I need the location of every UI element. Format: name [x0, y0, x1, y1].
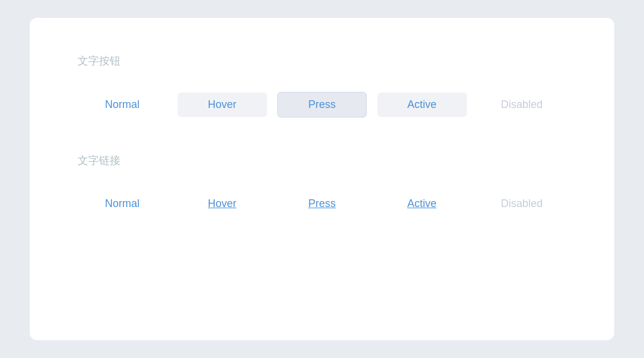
link-press[interactable]: Press: [277, 192, 367, 216]
text-link-section: 文字链接 Normal Hover Press Active Disabled: [78, 153, 566, 216]
text-button-section: 文字按钮 Normal Hover Press Active Disabled: [78, 54, 566, 118]
button-active[interactable]: Active: [377, 92, 467, 117]
text-link-row: Normal Hover Press Active Disabled: [78, 192, 566, 216]
button-hover[interactable]: Hover: [178, 92, 267, 117]
text-link-title: 文字链接: [78, 153, 566, 168]
link-hover[interactable]: Hover: [178, 192, 267, 216]
button-press[interactable]: Press: [277, 92, 367, 118]
button-disabled: Disabled: [477, 92, 566, 117]
main-card: 文字按钮 Normal Hover Press Active Disabled …: [30, 18, 614, 340]
text-button-title: 文字按钮: [78, 54, 566, 68]
link-normal[interactable]: Normal: [78, 192, 167, 216]
link-disabled: Disabled: [477, 192, 566, 216]
link-active[interactable]: Active: [377, 192, 467, 216]
button-normal[interactable]: Normal: [78, 92, 167, 117]
text-button-row: Normal Hover Press Active Disabled: [78, 92, 566, 118]
